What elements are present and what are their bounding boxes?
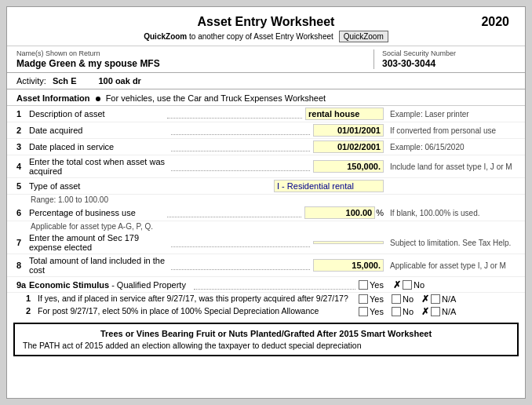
row-8-dots (171, 261, 310, 270)
row-7-num: 7 (16, 238, 27, 247)
dot-divider (96, 97, 100, 101)
row-5: 5 Type of asset I - Residential rental (7, 178, 525, 195)
row-6-label: Percentage of business use (29, 208, 164, 217)
row-9a-sub2-cb-group: Yes No ✗ N/A (359, 306, 516, 317)
quickzoom-description: to another copy of Asset Entry Worksheet (189, 32, 333, 41)
row-6-dots (167, 208, 302, 217)
row-9a-sub1-na-label: N/A (442, 294, 456, 304)
activity-row: Activity: Sch E 100 oak dr (7, 73, 525, 89)
row-9a-sub1: 1 If yes, and if placed in service after… (7, 293, 525, 305)
row-9a-yes-item: Yes (359, 280, 384, 290)
row-3-num: 3 (16, 142, 27, 151)
row-9a-sub1-no-cb[interactable] (392, 294, 401, 304)
row-5-num: 5 (16, 181, 27, 191)
row-9a-sub1-no: No (392, 294, 414, 304)
asset-info-sub: For vehicles, use the Car and Truck Expe… (106, 93, 326, 103)
row-1: 1 Description of asset rental house Exam… (7, 106, 525, 122)
row-9a-no-checkbox[interactable] (403, 280, 412, 290)
page-title: Asset Entry Worksheet (198, 15, 335, 28)
row-7: 7 Enter the amount of Sec 179 expense el… (7, 232, 525, 254)
quickzoom-line: QuickZoom to another copy of Asset Entry… (16, 31, 516, 42)
row-2: 2 Date acquired 01/01/2001 If converted … (7, 122, 525, 139)
row-7-note: Subject to limitation. See Tax Help. (390, 239, 516, 247)
row-7-label: Enter the amount of Sec 179 expense elec… (29, 233, 168, 252)
row-8: 8 Total amount of land included in the c… (7, 254, 525, 277)
percent-sign: % (376, 208, 384, 217)
bottom-box-text: The PATH act of 2015 added an election a… (23, 341, 509, 350)
row-3-label: Date placed in service (29, 142, 168, 151)
row-9a-sub1-label: If yes, and if placed in service after 9… (38, 294, 359, 305)
row-2-input[interactable]: 01/01/2001 (313, 124, 384, 137)
row-9a-dots (194, 280, 355, 290)
row-9a-yes-checkbox[interactable] (359, 280, 368, 290)
row-1-dots (167, 109, 302, 119)
row-4-input[interactable]: 150,000. (313, 160, 384, 173)
row-9a-sub1-na: ✗ N/A (421, 294, 456, 305)
row-1-num: 1 (16, 109, 27, 119)
row-7-input[interactable] (313, 241, 384, 244)
row-3-note: Example: 06/15/2020 (390, 143, 516, 151)
row-6-num: 6 (16, 208, 27, 217)
row-9a-sub1-yes-cb[interactable] (359, 294, 368, 304)
row-4: 4 Enter the total cost when asset was ac… (7, 155, 525, 178)
row-3-input[interactable]: 01/02/2001 (313, 140, 384, 153)
row-9a-sub2-na: ✗ N/A (421, 306, 456, 317)
row-8-num: 8 (16, 261, 27, 270)
ssn-label: Social Security Number (382, 49, 516, 57)
row-9a-sub2-num: 2 (26, 306, 35, 316)
row-9a-sub2-na-cb[interactable] (431, 307, 440, 316)
row-9a-no-item: ✗ No (393, 279, 425, 290)
row-9a: 9a Economic Stimulus - Qualified Propert… (7, 277, 525, 293)
name-value: Madge Green & my spouse MFS (16, 58, 366, 69)
bottom-box: Trees or Vines Bearing Fruit or Nuts Pla… (13, 323, 519, 356)
row-8-input[interactable]: 15,000. (313, 259, 384, 272)
activity-label: Activity: (16, 76, 46, 86)
row-9a-sub1-cb-group: Yes No ✗ N/A (359, 294, 516, 305)
row-4-note: Include land for asset type I, J or M (390, 162, 516, 171)
row-7-dots (171, 238, 310, 247)
asset-info-title: Asset Information (16, 93, 90, 103)
row-9a-sub1-no-label: No (403, 294, 414, 304)
name-ssn-section: Name(s) Shown on Return Madge Green & my… (7, 46, 525, 73)
row-9a-num: 9a (16, 280, 27, 290)
row-9a-sub2-na-x: ✗ (421, 306, 429, 317)
row-2-note: If converted from personal use (390, 126, 516, 135)
row-9a-sub2-yes: Yes (359, 307, 384, 316)
row-9a-sub2-yes-cb[interactable] (359, 307, 368, 316)
row-1-input[interactable]: rental house (305, 108, 384, 120)
row-9a-no-x: ✗ (393, 279, 401, 290)
quickzoom-button[interactable]: QuickZoom (339, 31, 388, 42)
row-9a-sub2-label: For post 9/27/17, elect 50% in place of … (38, 306, 359, 317)
row-9a-sub2-yes-label: Yes (370, 307, 384, 316)
row-2-dots (171, 126, 310, 135)
row-9a-no-label: No (414, 280, 425, 290)
row-4-num: 4 (16, 162, 27, 171)
page-header: Asset Entry Worksheet 2020 QuickZoom to … (7, 7, 525, 46)
row-6-input[interactable]: 100.00 (304, 206, 375, 219)
row-8-label: Total amount of land included in the cos… (29, 256, 168, 275)
bottom-box-title: Trees or Vines Bearing Fruit or Nuts Pla… (23, 329, 509, 338)
name-section: Name(s) Shown on Return Madge Green & my… (16, 49, 374, 69)
row-9a-stimulus: Economic Stimulus (29, 280, 109, 290)
row-8-note: Applicable for asset type I, J or M (390, 261, 516, 270)
row-9a-sub1-na-cb[interactable] (431, 294, 440, 304)
asset-entry-worksheet: Asset Entry Worksheet 2020 QuickZoom to … (6, 6, 526, 399)
row-5-label: Type of asset (29, 181, 268, 191)
row-9a-sub2-no-cb[interactable] (392, 307, 401, 316)
row-3: 3 Date placed in service 01/02/2001 Exam… (7, 139, 525, 155)
row-9a-sub1-na-x: ✗ (421, 294, 429, 305)
activity-value1: Sch E (53, 76, 77, 86)
row-5-dropdown[interactable]: I - Residential rental (274, 180, 384, 192)
row-9a-sub2: 2 For post 9/27/17, elect 50% in place o… (7, 305, 525, 318)
row-9a-sub1-num: 1 (26, 294, 35, 303)
row-9a-checkbox-group: Yes ✗ No (359, 279, 516, 290)
row-9a-sub2-na-label: N/A (442, 307, 456, 316)
row-9a-sub2-no: No (392, 307, 414, 316)
row-2-label: Date acquired (29, 126, 168, 135)
quickzoom-label[interactable]: QuickZoom (144, 32, 187, 41)
row-3-dots (171, 142, 310, 151)
activity-value2: 100 oak dr (98, 76, 140, 86)
row-9a-sub1-yes-label: Yes (370, 294, 384, 304)
row-4-dots (171, 162, 310, 171)
asset-info-header: Asset Information For vehicles, use the … (7, 89, 525, 106)
